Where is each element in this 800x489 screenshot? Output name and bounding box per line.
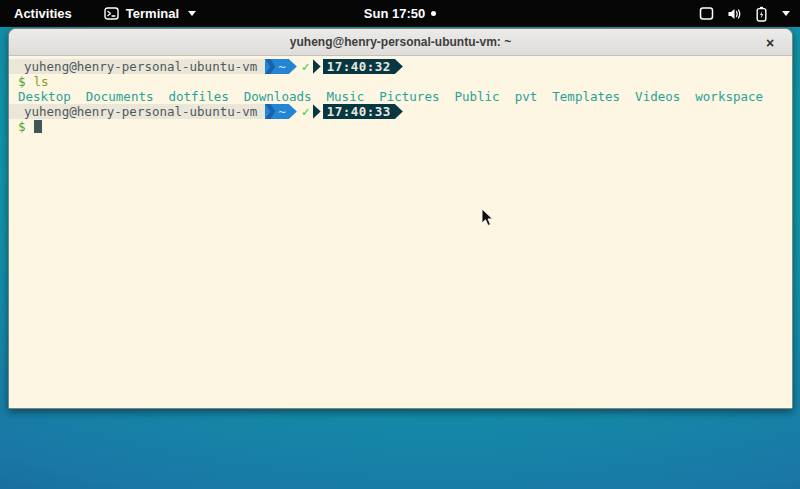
powerline-chevron <box>265 104 275 119</box>
prompt-dollar: $ <box>9 74 26 89</box>
powerline-separator <box>395 104 403 119</box>
terminal-window: yuheng@henry-personal-ubuntu-vm: ~ × yuh… <box>8 28 793 409</box>
terminal-app-icon <box>104 7 119 20</box>
prompt-line-1: yuheng@henry-personal-ubuntu-vm ~ ✓ 17:4… <box>9 59 792 74</box>
powerline-separator <box>289 104 297 119</box>
prompt-cwd-segment: ~ <box>265 104 289 119</box>
app-menu-terminal[interactable]: Terminal <box>104 6 196 21</box>
typed-command: ls <box>26 74 49 89</box>
prompt-cwd-segment: ~ <box>265 59 289 74</box>
powerline-separator <box>313 59 321 74</box>
prompt-line-2: yuheng@henry-personal-ubuntu-vm ~ ✓ 17:4… <box>9 104 792 119</box>
volume-icon <box>727 7 743 21</box>
text-cursor <box>34 120 42 133</box>
close-button[interactable]: × <box>758 29 782 56</box>
powerline-separator <box>289 59 297 74</box>
directory-listing: Desktop Documents dotfiles Downloads Mus… <box>9 89 763 104</box>
prompt-dollar: $ <box>9 119 26 134</box>
input-line[interactable]: $ <box>9 119 792 134</box>
system-menu-chevron-icon <box>782 11 790 16</box>
powerline-separator <box>395 59 403 74</box>
prompt-time: 17:40:32 <box>323 59 395 74</box>
chevron-down-icon <box>188 11 196 16</box>
status-check-icon: ✓ <box>297 104 313 119</box>
display-icon <box>699 6 714 21</box>
app-menu-label: Terminal <box>126 6 179 21</box>
status-check-icon: ✓ <box>297 59 313 74</box>
prompt-user-host: yuheng@henry-personal-ubuntu-vm <box>9 59 265 74</box>
powerline-separator <box>313 104 321 119</box>
notification-dot <box>431 11 436 16</box>
activities-button[interactable]: Activities <box>10 6 76 21</box>
command-line: $ ls <box>9 74 792 89</box>
system-status-area[interactable] <box>699 6 790 22</box>
powerline-chevron <box>265 59 275 74</box>
prompt-time: 17:40:33 <box>323 104 395 119</box>
clock-menu[interactable]: Sun 17:50 <box>364 6 425 21</box>
window-titlebar[interactable]: yuheng@henry-personal-ubuntu-vm: ~ × <box>9 29 792 56</box>
ls-output-line: Desktop Documents dotfiles Downloads Mus… <box>9 89 792 104</box>
terminal-content[interactable]: yuheng@henry-personal-ubuntu-vm ~ ✓ 17:4… <box>9 56 792 409</box>
top-bar: Activities Terminal Sun 17:50 <box>0 0 800 27</box>
battery-charging-icon <box>756 6 767 22</box>
window-title: yuheng@henry-personal-ubuntu-vm: ~ <box>290 35 511 49</box>
prompt-user-host: yuheng@henry-personal-ubuntu-vm <box>9 104 265 119</box>
